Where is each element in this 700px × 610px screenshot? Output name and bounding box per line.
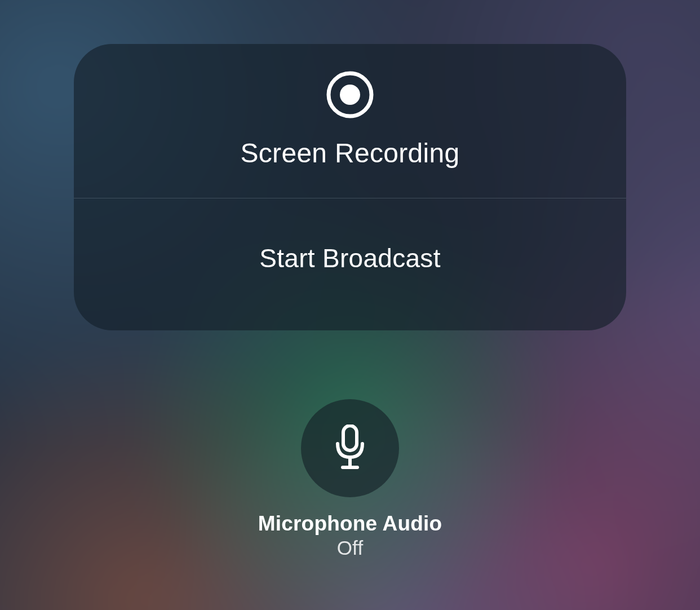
microphone-audio-label: Microphone Audio bbox=[258, 512, 442, 536]
screen-recording-header[interactable]: Screen Recording bbox=[74, 44, 626, 198]
microphone-status: Off bbox=[337, 537, 364, 559]
svg-point-1 bbox=[340, 85, 360, 105]
microphone-section: Microphone Audio Off bbox=[258, 399, 442, 559]
screen-recording-panel: Screen Recording Start Broadcast bbox=[74, 44, 626, 330]
start-broadcast-label: Start Broadcast bbox=[259, 243, 441, 273]
control-center-expanded-module: Screen Recording Start Broadcast Microph… bbox=[0, 0, 700, 610]
microphone-icon bbox=[334, 425, 366, 472]
record-icon bbox=[326, 71, 374, 118]
microphone-toggle-button[interactable] bbox=[301, 399, 399, 497]
screen-recording-title: Screen Recording bbox=[240, 138, 459, 169]
start-broadcast-button[interactable]: Start Broadcast bbox=[74, 198, 626, 330]
svg-rect-2 bbox=[343, 426, 357, 450]
